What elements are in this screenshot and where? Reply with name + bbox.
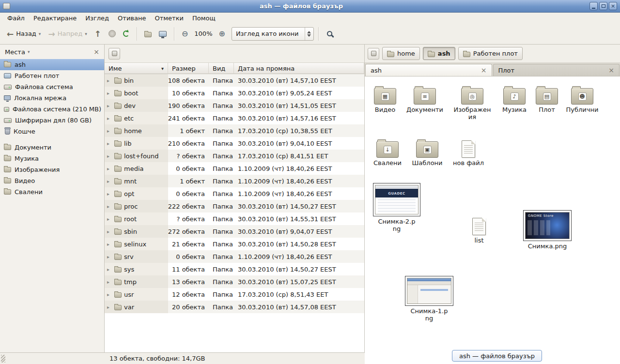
- expander-icon[interactable]: ▸: [107, 204, 112, 209]
- zoom-out-button[interactable]: ⊖: [179, 27, 191, 41]
- sidebar-title[interactable]: Места: [5, 48, 25, 56]
- up-button[interactable]: ↑: [92, 28, 104, 40]
- sidebar-place-item[interactable]: Видео: [0, 175, 104, 186]
- sidebar-close-icon[interactable]: ×: [93, 48, 99, 56]
- tab-close-icon[interactable]: ×: [481, 66, 487, 74]
- pane-location-button[interactable]: [108, 48, 120, 60]
- back-history-dropdown-icon[interactable]: ▾: [39, 31, 41, 36]
- column-header-date[interactable]: Дата на промяна: [234, 63, 364, 74]
- file-row[interactable]: ▸ selinux 21 обекта Папка 30.03.2010 (вт…: [105, 238, 364, 250]
- file-row[interactable]: ▸ proc 222 обекта Папка 30.03.2010 (вт) …: [105, 200, 364, 212]
- file-row[interactable]: ▸ lib 210 обекта Папка 30.03.2010 (вт) 9…: [105, 137, 364, 150]
- expander-icon[interactable]: ▸: [107, 242, 112, 247]
- column-header-size[interactable]: Размер: [168, 63, 209, 74]
- sidebar-place-item[interactable]: Локална мрежа: [0, 92, 104, 104]
- expander-icon[interactable]: ▸: [107, 191, 112, 197]
- close-button[interactable]: ×: [609, 2, 617, 10]
- file-icon-item[interactable]: ↓ Свалени: [367, 138, 408, 167]
- expander-icon[interactable]: ▸: [107, 103, 112, 108]
- sidebar-place-item[interactable]: ash: [0, 59, 104, 70]
- file-icon-item[interactable]: ▣ Шаблони: [407, 138, 448, 167]
- file-icon-item[interactable]: ▦ Видео: [365, 85, 405, 114]
- file-row[interactable]: ▸ var 20 обекта Папка 30.03.2010 (вт) 14…: [105, 301, 364, 313]
- sidebar-selector-dropdown-icon[interactable]: ▾: [28, 49, 30, 54]
- home-button[interactable]: [141, 28, 155, 40]
- tab[interactable]: Плот ×: [493, 64, 620, 76]
- file-row[interactable]: ▸ sys 11 обекта Папка 30.03.2010 (вт) 14…: [105, 263, 364, 275]
- column-header-name[interactable]: Име ▾: [105, 63, 168, 74]
- resize-grip[interactable]: [1, 355, 5, 363]
- expander-icon[interactable]: ▸: [107, 116, 112, 121]
- expander-icon[interactable]: ▸: [107, 304, 112, 310]
- file-icon-item[interactable]: нов файл: [448, 138, 489, 167]
- stop-button[interactable]: [106, 27, 119, 40]
- sidebar-place-item[interactable]: Кошче: [0, 126, 104, 137]
- expander-icon[interactable]: ▸: [107, 141, 112, 146]
- forward-history-dropdown-icon[interactable]: ▾: [85, 31, 87, 36]
- file-row[interactable]: ▸ opt 0 обекта Папка 1.10.2009 (чт) 18,4…: [105, 187, 364, 200]
- expander-icon[interactable]: ▸: [107, 128, 112, 134]
- expander-icon[interactable]: ▸: [107, 179, 112, 184]
- window-list-button[interactable]: ash — файлов браузър: [452, 350, 542, 362]
- sidebar-place-item[interactable]: Работен плот: [0, 70, 104, 81]
- file-row[interactable]: ▸ mnt 1 обект Папка 1.10.2009 (чт) 18,40…: [105, 175, 364, 187]
- sidebar-place-item[interactable]: Документи: [0, 142, 104, 153]
- expander-icon[interactable]: ▸: [107, 279, 112, 285]
- file-icon-item[interactable]: ☻ Публични: [562, 85, 603, 114]
- expander-icon[interactable]: ▸: [107, 78, 112, 83]
- search-button[interactable]: [323, 27, 338, 40]
- expander-icon[interactable]: ▸: [107, 216, 112, 222]
- column-header-type[interactable]: Вид: [209, 63, 234, 74]
- expander-icon[interactable]: ▸: [107, 91, 112, 96]
- sidebar-place-item[interactable]: Файлова система (210 MB): [0, 104, 104, 115]
- path-segment-button[interactable]: Работен плот: [458, 47, 523, 60]
- file-icon-item[interactable]: ≡ Документи: [404, 85, 445, 114]
- file-icon-item[interactable]: list: [459, 216, 499, 244]
- expander-icon[interactable]: ▸: [107, 254, 112, 259]
- file-icon-item[interactable]: Снимка-1.png: [403, 276, 455, 322]
- zoom-in-button[interactable]: ⊕: [216, 27, 228, 41]
- sidebar-place-item[interactable]: Изображения: [0, 164, 104, 175]
- file-icon-item[interactable]: ◎ Изображения: [452, 85, 493, 121]
- menu-item[interactable]: Изглед: [81, 14, 113, 23]
- file-icon-item[interactable]: GUADEC Снимка-2.png: [372, 183, 422, 233]
- file-icon-item[interactable]: ▤ Плот: [527, 85, 567, 114]
- file-row[interactable]: ▸ dev 190 обекта Папка 30.03.2010 (вт) 1…: [105, 99, 364, 112]
- tab[interactable]: ash ×: [365, 64, 492, 76]
- file-row[interactable]: ▸ lost+found ? обекта Папка 17.03.2010 (…: [105, 150, 364, 162]
- back-button[interactable]: ← Назад ▾: [4, 27, 44, 40]
- path-segment-button[interactable]: home: [382, 47, 420, 60]
- file-row[interactable]: ▸ media 0 обекта Папка 1.10.2009 (чт) 18…: [105, 162, 364, 175]
- combo-spinner-icon[interactable]: [305, 28, 313, 40]
- forward-button[interactable]: → Напред ▾: [45, 27, 90, 40]
- menu-item[interactable]: Файл: [3, 14, 29, 23]
- maximize-button[interactable]: [599, 2, 607, 10]
- minimize-button[interactable]: [589, 2, 598, 10]
- expander-icon[interactable]: ▸: [107, 292, 112, 297]
- file-row[interactable]: ▸ root ? обекта Папка 30.03.2010 (вт) 14…: [105, 212, 364, 225]
- file-row[interactable]: ▸ sbin 272 обекта Папка 30.03.2010 (вт) …: [105, 225, 364, 238]
- file-icon-item[interactable]: GNOME Store Снимка.png: [522, 210, 573, 250]
- file-row[interactable]: ▸ boot 10 обекта Папка 30.03.2010 (вт) 9…: [105, 87, 364, 99]
- menu-item[interactable]: Помощ: [188, 14, 220, 23]
- path-segment-button[interactable]: ash: [423, 47, 455, 60]
- menu-item[interactable]: Отиване: [113, 14, 150, 23]
- pane-location-button[interactable]: [368, 48, 379, 60]
- computer-button[interactable]: [156, 28, 170, 40]
- expander-icon[interactable]: ▸: [107, 267, 112, 272]
- sidebar-place-item[interactable]: Файлова система: [0, 81, 104, 92]
- menu-item[interactable]: Редактиране: [29, 14, 81, 23]
- sidebar-place-item[interactable]: Шифриран дял (80 GB): [0, 115, 104, 126]
- expander-icon[interactable]: ▸: [107, 166, 112, 171]
- file-row[interactable]: ▸ srv 0 обекта Папка 1.10.2009 (чт) 18,4…: [105, 250, 364, 263]
- reload-button[interactable]: [120, 28, 132, 40]
- file-row[interactable]: ▸ home 1 обект Папка 17.03.2010 (ср) 10,…: [105, 124, 364, 137]
- file-row[interactable]: ▸ etc 241 обекта Папка 30.03.2010 (вт) 1…: [105, 112, 364, 124]
- expander-icon[interactable]: ▸: [107, 153, 112, 159]
- view-mode-select[interactable]: Изглед като икони: [232, 27, 314, 41]
- file-row[interactable]: ▸ bin 108 обекта Папка 30.03.2010 (вт) 1…: [105, 74, 364, 87]
- sidebar-place-item[interactable]: Музика: [0, 153, 104, 164]
- expander-icon[interactable]: ▸: [107, 229, 112, 234]
- file-row[interactable]: ▸ tmp 13 обекта Папка 30.03.2010 (вт) 15…: [105, 275, 364, 288]
- sidebar-place-item[interactable]: Свалени: [0, 186, 104, 197]
